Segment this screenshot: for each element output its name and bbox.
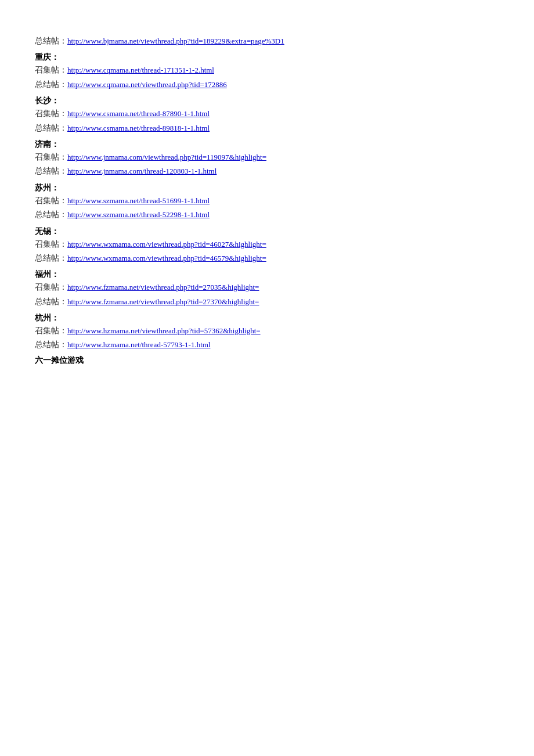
city-title: 无锡： [35,226,499,237]
entry-link[interactable]: http://www.jnmama.com/thread-120803-1-1.… [67,167,217,175]
city-title: 福州： [35,269,499,280]
entry-label: 总结帖： [35,210,67,219]
entry-line: 总结帖：http://www.hzmama.net/thread-57793-1… [35,339,499,351]
entry-link[interactable]: http://www.csmama.net/thread-89818-1-1.h… [67,124,210,132]
entry-line: 召集帖：http://www.csmama.net/thread-87890-1… [35,107,499,120]
entry-link[interactable]: http://www.fzmama.net/viewthread.php?tid… [67,297,259,306]
entry-link[interactable]: http://www.wxmama.com/viewthread.php?tid… [67,240,266,249]
city-title: 苏州： [35,183,499,193]
entry-label: 召集帖： [35,196,67,205]
entry-label: 总结帖： [35,297,67,306]
entry-label: 召集帖： [35,326,67,335]
entry-link[interactable]: http://www.bjmama.net/viewthread.php?tid… [67,37,284,45]
entry-link[interactable]: http://www.szmama.net/thread-52298-1-1.h… [67,210,210,219]
entry-link[interactable]: http://www.fzmama.net/viewthread.php?tid… [67,283,259,291]
city-title: 重庆： [35,52,499,63]
entry-line: 总结帖：http://www.csmama.net/thread-89818-1… [35,122,499,135]
entry-label: 总结帖： [35,254,67,262]
entry-label: 召集帖： [35,109,67,118]
entry-label: 召集帖： [35,66,67,74]
entry-line: 召集帖：http://www.fzmama.net/viewthread.php… [35,281,499,294]
city-title: 长沙： [35,96,499,106]
entry-line: 总结帖：http://www.fzmama.net/viewthread.php… [35,296,499,308]
entry-line: 召集帖：http://www.szmama.net/thread-51699-1… [35,195,499,207]
entry-line: 召集帖：http://www.hzmama.net/viewthread.php… [35,325,499,337]
entry-line: 总结帖：http://www.bjmama.net/viewthread.php… [35,35,499,48]
entry-link[interactable]: http://www.wxmama.com/viewthread.php?tid… [67,254,266,262]
entry-line: 总结帖：http://www.wxmama.com/viewthread.php… [35,252,499,265]
entry-link[interactable]: http://www.hzmama.net/viewthread.php?tid… [67,326,261,335]
entry-line: 总结帖：http://www.jnmama.com/thread-120803-… [35,165,499,178]
entry-label: 总结帖： [35,80,67,89]
page-content: 总结帖：http://www.bjmama.net/viewthread.php… [35,35,499,366]
city-title: 杭州： [35,313,499,323]
entry-line: 总结帖：http://www.cqmama.net/viewthread.php… [35,78,499,91]
entry-link[interactable]: http://www.cqmama.net/thread-171351-1-2.… [67,66,214,74]
entry-label: 召集帖： [35,283,67,291]
entry-label: 总结帖： [35,167,67,175]
entry-label: 总结帖： [35,124,67,132]
entry-line: 召集帖：http://www.wxmama.com/viewthread.php… [35,238,499,251]
entry-link[interactable]: http://www.hzmama.net/thread-57793-1-1.h… [67,340,210,349]
entry-link[interactable]: http://www.cqmama.net/viewthread.php?tid… [67,80,227,89]
entry-label: 总结帖： [35,37,67,45]
final-section-title: 六一摊位游戏 [35,355,499,366]
entry-label: 召集帖： [35,240,67,249]
entry-line: 召集帖：http://www.cqmama.net/thread-171351-… [35,64,499,77]
entry-link[interactable]: http://www.csmama.net/thread-87890-1-1.h… [67,109,210,118]
entry-link[interactable]: http://www.szmama.net/thread-51699-1-1.h… [67,196,210,205]
entry-label: 召集帖： [35,153,67,161]
entry-line: 召集帖：http://www.jnmama.com/viewthread.php… [35,151,499,164]
city-title: 济南： [35,139,499,150]
entry-link[interactable]: http://www.jnmama.com/viewthread.php?tid… [67,153,266,161]
entry-label: 总结帖： [35,340,67,349]
entry-line: 总结帖：http://www.szmama.net/thread-52298-1… [35,208,499,221]
